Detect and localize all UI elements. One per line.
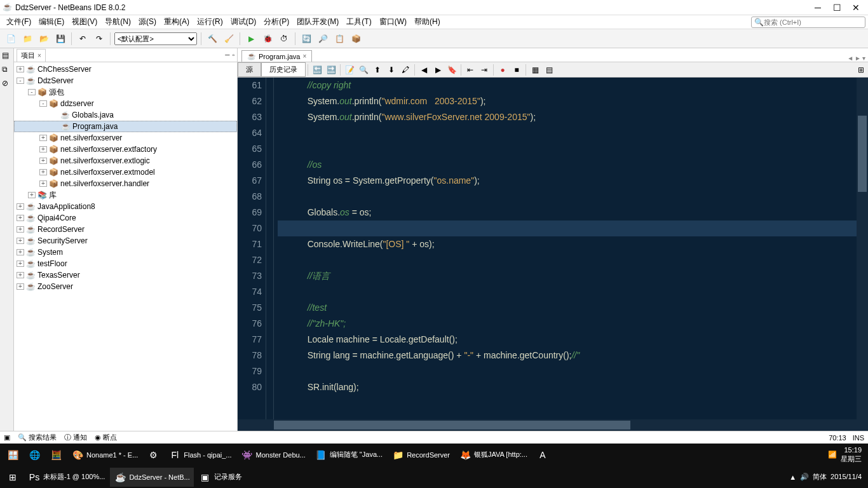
tree-node[interactable]: +📦net.silverfoxserver.extfactory xyxy=(14,144,237,155)
save-all-button[interactable]: 💾 xyxy=(53,32,67,46)
services-icon[interactable]: ⊘ xyxy=(2,79,12,89)
et-comment-icon[interactable]: ▦ xyxy=(529,64,541,76)
refresh-button[interactable]: 🔄 xyxy=(299,32,313,46)
tree-node[interactable]: -📦ddzserver xyxy=(14,98,237,109)
et-find-next-icon[interactable]: ⬇ xyxy=(385,64,398,76)
expand-icon[interactable]: - xyxy=(39,100,47,107)
menu-file[interactable]: 文件(F) xyxy=(3,15,35,29)
window-group-icon[interactable]: ▤ xyxy=(2,51,12,61)
tree-node[interactable]: +☕ZooServer xyxy=(14,281,237,292)
et-toggle-bookmark-icon[interactable]: 🔖 xyxy=(445,64,458,76)
taskbar-item[interactable]: ⚙ xyxy=(143,445,163,464)
tree-node[interactable]: +☕TexasServer xyxy=(14,269,237,281)
undo-button[interactable]: ↶ xyxy=(76,32,90,46)
expand-icon[interactable]: + xyxy=(17,261,24,267)
tree-node[interactable]: +📦net.silverfoxserver.extmodel xyxy=(14,166,237,178)
breakpoints-button[interactable]: ◉断点 xyxy=(95,433,117,442)
tab-list-icon[interactable]: ▾ xyxy=(862,55,865,62)
split-icon[interactable]: ⊞ xyxy=(858,65,868,74)
tree-node[interactable]: +📦net.silverfoxserver.handler xyxy=(14,178,237,189)
fold-gutter[interactable] xyxy=(266,78,274,419)
et-toggle-highlight-icon[interactable]: 🖍 xyxy=(399,64,412,76)
new-file-button[interactable]: 📄 xyxy=(4,32,18,46)
taskbar-item[interactable]: Ps未标题-1 @ 100%... xyxy=(24,468,109,487)
menu-window[interactable]: 窗口(W) xyxy=(376,15,410,29)
taskbar-item[interactable]: A xyxy=(532,445,553,464)
tree-node[interactable]: +☕testFloor xyxy=(14,258,237,269)
new-project-button[interactable]: 📁 xyxy=(20,32,34,46)
expand-icon[interactable]: + xyxy=(39,158,47,164)
taskbar-item[interactable]: 📁RecordServer xyxy=(388,445,454,464)
menu-refactor[interactable]: 重构(A) xyxy=(160,15,193,29)
history-view-tab[interactable]: 历史记录 xyxy=(261,62,306,77)
expand-icon[interactable]: + xyxy=(39,169,47,175)
close-file-icon[interactable]: × xyxy=(302,53,306,60)
tree-node[interactable]: +☕JavaApplication8 xyxy=(14,201,237,212)
menu-edit[interactable]: 编辑(E) xyxy=(35,15,68,29)
et-macro-stop-icon[interactable]: ■ xyxy=(510,64,523,76)
clean-build-button[interactable]: 🧹 xyxy=(222,32,236,46)
panel-restore-icon[interactable]: ▫ xyxy=(232,51,234,58)
search-results-button[interactable]: 🔍搜索结果 xyxy=(18,433,57,442)
menu-source[interactable]: 源(S) xyxy=(135,15,160,29)
et-shift-left-icon[interactable]: ⇤ xyxy=(464,64,477,76)
horizontal-scrollbar[interactable] xyxy=(238,419,868,431)
menu-profile[interactable]: 分析(P) xyxy=(260,15,293,29)
expand-icon[interactable]: - xyxy=(28,89,36,95)
tree-node[interactable]: +☕SecurityServer xyxy=(14,235,237,247)
notifications-button[interactable]: ⓘ通知 xyxy=(64,433,87,442)
minimize-button[interactable]: ─ xyxy=(813,3,822,12)
expand-icon[interactable]: + xyxy=(39,135,47,141)
tray-volume-icon[interactable]: 🔊 xyxy=(800,473,809,481)
tree-node[interactable]: +📦net.silverfoxserver xyxy=(14,132,237,144)
tray-wifi-icon[interactable]: 📶 xyxy=(828,451,837,459)
et-shift-right-icon[interactable]: ⇥ xyxy=(478,64,491,76)
et-find-sel-icon[interactable]: 🔍 xyxy=(357,64,370,76)
taskbar-item[interactable]: 🎨Noname1 * - E... xyxy=(67,445,142,464)
expand-icon[interactable]: + xyxy=(17,66,24,72)
open-button[interactable]: 📂 xyxy=(37,32,51,46)
close-tab-icon[interactable]: × xyxy=(37,52,41,59)
source-view-tab[interactable]: 源 xyxy=(238,62,261,77)
search-input[interactable] xyxy=(764,18,862,26)
taskbar-item[interactable]: 🦊银狐JAVA [http:... xyxy=(455,445,531,464)
tree-node[interactable]: +☕Qipai4Core xyxy=(14,212,237,224)
expand-icon[interactable]: + xyxy=(17,238,24,244)
et-next-bookmark-icon[interactable]: ▶ xyxy=(431,64,444,76)
taskbar-item[interactable]: 👾Monster Debu... xyxy=(237,445,309,464)
menu-team[interactable]: 团队开发(M) xyxy=(293,15,342,29)
projects-tab[interactable]: 项目 × xyxy=(17,49,46,62)
tree-node[interactable]: +☕RecordServer xyxy=(14,224,237,235)
menu-view[interactable]: 视图(V) xyxy=(68,15,101,29)
menu-debug[interactable]: 调试(D) xyxy=(227,15,261,29)
tree-node[interactable]: +📚库 xyxy=(14,189,237,201)
output-toggle-icon[interactable]: ▣ xyxy=(4,433,10,442)
tab-nav-right-icon[interactable]: ► xyxy=(855,55,861,62)
expand-icon[interactable]: + xyxy=(39,146,47,152)
et-last-edit-icon[interactable]: 📝 xyxy=(343,64,356,76)
taskbar-item[interactable]: 🪟 xyxy=(3,445,23,464)
panel-minimize-icon[interactable]: ─ xyxy=(225,51,229,58)
expand-icon[interactable]: - xyxy=(17,78,24,84)
taskbar-item[interactable]: 🧮 xyxy=(46,445,66,464)
profile-button[interactable]: ⏱ xyxy=(277,32,291,46)
taskbar-item[interactable]: FlFlash - qipai_... xyxy=(165,445,235,464)
et-prev-bookmark-icon[interactable]: ◀ xyxy=(417,64,430,76)
taskbar-clock[interactable]: 15:19星期三 xyxy=(841,446,862,463)
tree-node[interactable]: +☕System xyxy=(14,247,237,258)
project-tree[interactable]: +☕ChChessServer-☕DdzServer-📦源包-📦ddzserve… xyxy=(14,62,237,431)
expand-icon[interactable]: + xyxy=(17,272,24,278)
tree-node[interactable]: +📦net.silverfoxserver.extlogic xyxy=(14,155,237,166)
tab-nav-left-icon[interactable]: ◄ xyxy=(847,55,853,62)
menu-tools[interactable]: 工具(T) xyxy=(342,15,375,29)
tree-node[interactable]: -☕DdzServer xyxy=(14,75,237,86)
tb-extra1[interactable]: 📋 xyxy=(332,32,346,46)
run-button[interactable]: ▶ xyxy=(244,32,258,46)
taskbar-item[interactable]: 🌐 xyxy=(24,445,44,464)
close-button[interactable]: ✕ xyxy=(851,3,860,12)
tree-node[interactable]: -📦源包 xyxy=(14,86,237,98)
et-back-icon[interactable]: 🔙 xyxy=(311,64,323,76)
ime-indicator[interactable]: 简体 xyxy=(813,472,827,482)
build-button[interactable]: 🔨 xyxy=(205,32,219,46)
tb-extra2[interactable]: 📦 xyxy=(349,32,363,46)
